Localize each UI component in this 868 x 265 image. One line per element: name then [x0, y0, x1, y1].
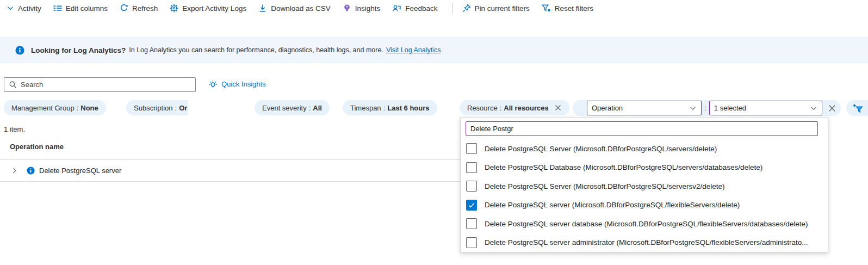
checkbox[interactable]: [466, 143, 477, 154]
banner-text: In Log Analytics you can search for perf…: [129, 46, 383, 54]
result-count: 1 item.: [4, 125, 25, 133]
gear-icon: [170, 4, 178, 13]
remove-resource-filter-icon[interactable]: [554, 104, 562, 112]
info-icon: [27, 167, 35, 175]
toolbar-label: Feedback: [405, 4, 437, 13]
quick-insights-label: Quick Insights: [221, 80, 266, 88]
remove-operation-filter-icon[interactable]: [828, 104, 836, 113]
operation-option[interactable]: Delete PostgreSQL Server (Microsoft.DBfo…: [461, 139, 828, 158]
toolbar-label: Export Activity Logs: [182, 4, 246, 13]
operation-option[interactable]: Delete PostgreSQL server database (Micro…: [461, 214, 828, 233]
chevron-down-icon: [689, 104, 697, 112]
banner-title: Looking for Log Analytics?: [31, 46, 126, 54]
quick-insights-bulb-icon: [208, 79, 218, 89]
toolbar-label: Edit columns: [66, 4, 108, 13]
toolbar-button-feedback[interactable]: Feedback: [392, 4, 437, 13]
toolbar-label: Pin current filters: [475, 4, 530, 13]
checkbox[interactable]: [466, 237, 477, 248]
pin-icon: [462, 4, 471, 13]
checkbox[interactable]: [466, 181, 477, 192]
operation-options-list: Delete PostgreSQL Server (Microsoft.DBfo…: [461, 139, 828, 252]
operation-option[interactable]: Delete PostgreSQL Server (Microsoft.DBfo…: [461, 177, 828, 196]
refresh-icon: [120, 4, 128, 13]
toolbar-label: Refresh: [132, 4, 158, 13]
filter-bar: Management Group:None Subscription:Or Ev…: [0, 100, 868, 116]
toolbar-button-refresh[interactable]: Refresh: [120, 4, 158, 13]
filter-pill-resource[interactable]: Resource:All resources: [460, 100, 569, 115]
chevron-down-icon: [7, 4, 14, 12]
toolbar-button-pin-current-filters[interactable]: Pin current filters: [462, 4, 530, 13]
info-icon: [15, 46, 24, 55]
toolbar-divider: [452, 3, 452, 14]
filter-pill-management-group[interactable]: Management Group:None: [4, 100, 106, 115]
operation-option[interactable]: Delete PostgreSQL server administrator (…: [461, 233, 828, 252]
add-filter-button[interactable]: [846, 100, 868, 116]
checkbox-checked[interactable]: [466, 200, 477, 211]
column-header-operation-name[interactable]: Operation name: [10, 143, 64, 151]
toolbar-label: Reset filters: [555, 4, 593, 13]
toolbar-label: Activity: [18, 4, 41, 13]
operation-field-dropdown[interactable]: Operation: [587, 101, 702, 115]
checkbox[interactable]: [466, 218, 477, 229]
filter-pill-event-severity[interactable]: Event severity:All: [255, 100, 330, 115]
toolbar-button-edit-columns[interactable]: Edit columns: [53, 4, 108, 13]
toolbar-button-export-activity-logs[interactable]: Export Activity Logs: [170, 4, 246, 13]
operation-value-dropdown[interactable]: 1 selected: [709, 101, 822, 115]
add-filter-icon: [852, 103, 863, 113]
filter-pill-operation: Operation : 1 selected: [573, 100, 841, 116]
operation-filter-search-input[interactable]: [466, 121, 818, 136]
table-row-divider: [0, 181, 460, 182]
search-icon: [9, 81, 17, 89]
edit-columns-icon: [53, 4, 62, 13]
log-analytics-banner: Looking for Log Analytics? In Log Analyt…: [0, 37, 868, 63]
quick-insights-button[interactable]: Quick Insights: [208, 79, 266, 89]
command-bar: Activity Edit columns Refresh Export Act…: [0, 0, 868, 16]
checkbox[interactable]: [466, 162, 477, 173]
visit-log-analytics-link[interactable]: Visit Log Analytics: [386, 46, 441, 54]
operation-name-cell: Delete PostgreSQL server: [39, 167, 121, 175]
search-input[interactable]: [21, 81, 195, 89]
expand-chevron-right-icon[interactable]: [11, 167, 18, 174]
lightbulb-icon: [343, 4, 351, 13]
search-box[interactable]: [4, 77, 196, 92]
toolbar-button-reset-filters[interactable]: Reset filters: [542, 4, 593, 13]
toolbar-label: Insights: [355, 4, 381, 13]
operation-selected-value: 1 selected: [714, 104, 746, 112]
toolbar-button-insights[interactable]: Insights: [343, 4, 381, 13]
filter-pill-timespan[interactable]: Timespan:Last 6 hours: [343, 100, 437, 115]
operation-option-selected[interactable]: Delete PostgreSQL server (Microsoft.DBfo…: [461, 196, 828, 215]
toolbar-label: Download as CSV: [271, 4, 331, 13]
chevron-down-icon: [810, 104, 817, 112]
operation-option[interactable]: Delete PostgreSQL Database (Microsoft.DB…: [461, 158, 828, 177]
download-icon: [258, 4, 267, 13]
toolbar-button-activity[interactable]: Activity: [7, 4, 41, 13]
operation-dropdown-panel: Delete PostgreSQL Server (Microsoft.DBfo…: [460, 117, 828, 252]
table-row[interactable]: Delete PostgreSQL server: [0, 160, 460, 181]
filter-pill-subscription[interactable]: Subscription:Or: [126, 100, 188, 115]
reset-filters-icon: [542, 4, 551, 13]
feedback-icon: [392, 4, 401, 13]
operation-field-value: Operation: [592, 104, 623, 112]
toolbar-button-download-csv[interactable]: Download as CSV: [258, 4, 331, 13]
